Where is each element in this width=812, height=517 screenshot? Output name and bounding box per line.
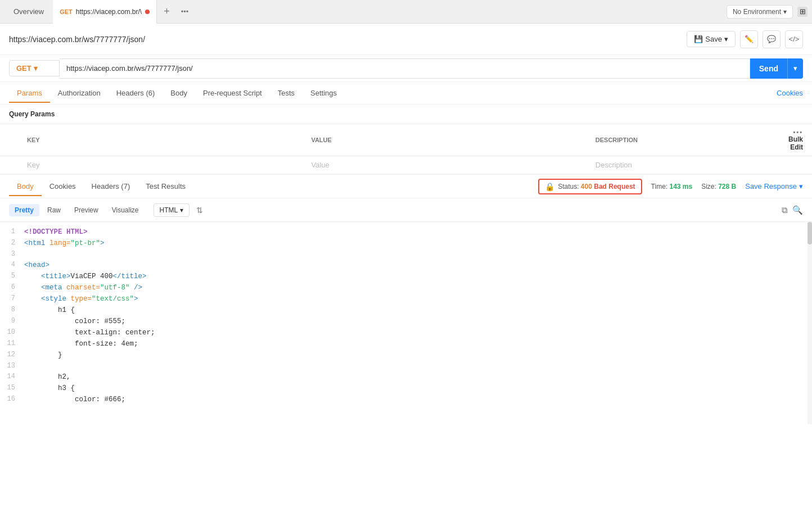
pencil-button[interactable]: ✏️: [740, 30, 758, 48]
bulk-edit-button[interactable]: Bulk Edit: [788, 135, 803, 151]
row-check[interactable]: [0, 156, 18, 174]
code-line-6: 6 <meta charset="utf-8" />: [0, 282, 812, 293]
save-label: Save: [705, 35, 722, 43]
pencil-icon: ✏️: [745, 35, 754, 43]
th-value: VALUE: [302, 124, 586, 156]
tab-authorization[interactable]: Authorization: [50, 83, 109, 103]
chevron-down-icon: ▾: [783, 8, 787, 16]
code-button[interactable]: </>: [785, 30, 803, 48]
tab-headers[interactable]: Headers (6): [109, 83, 163, 103]
code-line-9: 9 color: #555;: [0, 316, 812, 327]
row-desc[interactable]: Description: [587, 156, 778, 174]
url-input[interactable]: [60, 58, 750, 79]
size-text: Size: 728 B: [701, 183, 736, 191]
comment-button[interactable]: 💬: [763, 30, 781, 48]
fmt-tab-raw[interactable]: Raw: [42, 204, 66, 216]
code-line-2: 2 <html lang="pt-br">: [0, 238, 812, 249]
unsaved-dot: [145, 10, 150, 14]
query-params-title: Query Params: [0, 105, 812, 124]
tab-tests[interactable]: Tests: [270, 83, 303, 103]
method-value: GET: [16, 64, 31, 72]
url-display-bar: https://viacep.com.br/ws/7777777/json/ 💾…: [0, 24, 812, 55]
response-tabs: Body Cookies Headers (7) Test Results 🔒 …: [0, 175, 812, 198]
th-key: KEY: [18, 124, 302, 156]
add-tab-button[interactable]: +: [157, 6, 177, 17]
code-line-14: 14 h2,: [0, 371, 812, 383]
grid-icon[interactable]: ⊞: [797, 7, 808, 17]
method-selector[interactable]: GET ▾: [9, 60, 60, 76]
cookies-link[interactable]: Cookies: [777, 89, 803, 97]
code-line-10: 10 text-align: center;: [0, 327, 812, 338]
status-badge: 🔒 Status: 400 Bad Request: [538, 179, 642, 194]
query-params-section: Query Params KEY VALUE DESCRIPTION ••• B…: [0, 105, 812, 174]
copy-icon[interactable]: ⧉: [782, 205, 788, 215]
cookies-link-container: Cookies: [777, 89, 803, 97]
fmt-tab-pretty[interactable]: Pretty: [9, 204, 39, 216]
code-line-7: 7 <style type="text/css">: [0, 293, 812, 305]
code-line-12: 12 }: [0, 350, 812, 361]
status-message: Bad Request: [594, 183, 635, 191]
save-response-chevron: ▾: [799, 182, 803, 191]
comment-icon: 💬: [767, 35, 776, 43]
format-bar: Pretty Raw Preview Visualize HTML ▾ ⇅ ⧉ …: [0, 198, 812, 222]
save-button[interactable]: 💾 Save ▾: [687, 31, 736, 47]
tab-request[interactable]: GET https://viacep.com.br/\: [53, 0, 157, 24]
more-tabs-button[interactable]: •••: [177, 7, 193, 16]
code-line-1: 1 <!DOCTYPE HTML>: [0, 226, 812, 238]
resp-tab-test-results[interactable]: Test Results: [138, 176, 193, 196]
row-key[interactable]: Key: [18, 156, 302, 174]
save-response-label: Save Response: [745, 182, 797, 191]
format-right: ⧉ 🔍: [782, 205, 803, 215]
code-line-4: 4 <head>: [0, 260, 812, 271]
tab-params[interactable]: Params: [9, 83, 50, 103]
send-button[interactable]: Send ▾: [750, 58, 803, 79]
language-value: HTML: [160, 206, 178, 214]
scrollbar-thumb[interactable]: [808, 222, 812, 244]
table-row: Key Value Description: [0, 156, 812, 174]
resp-tab-cookies[interactable]: Cookies: [42, 176, 84, 196]
fmt-tab-preview[interactable]: Preview: [69, 204, 104, 216]
status-label: Status:: [558, 183, 581, 191]
code-icon: </>: [789, 35, 800, 43]
th-description: DESCRIPTION: [587, 124, 778, 156]
scrollbar-track[interactable]: [808, 222, 812, 424]
code-line-11: 11 font-size: 4em;: [0, 338, 812, 350]
lang-chevron-icon: ▾: [180, 206, 183, 214]
send-dropdown-icon[interactable]: ▾: [787, 58, 803, 79]
fmt-tab-visualize[interactable]: Visualize: [106, 204, 145, 216]
code-line-5: 5 <title>ViaCEP 400</title>: [0, 271, 812, 282]
status-bar: 🔒 Status: 400 Bad Request Time: 143 ms S…: [538, 179, 803, 194]
params-table: KEY VALUE DESCRIPTION ••• Bulk Edit Key …: [0, 124, 812, 174]
wrap-icon[interactable]: ⇅: [196, 206, 203, 215]
send-label: Send: [750, 64, 787, 73]
status-code: 400: [581, 183, 594, 191]
code-line-8: 8 h1 {: [0, 305, 812, 316]
tab-pre-request[interactable]: Pre-request Script: [195, 83, 270, 103]
lock-icon: 🔒: [545, 182, 554, 191]
time-text: Time: 143 ms: [651, 183, 693, 191]
size-value: 728 B: [718, 183, 736, 191]
code-line-16: 16 color: #666;: [0, 394, 812, 405]
tab-body[interactable]: Body: [163, 83, 195, 103]
row-value[interactable]: Value: [302, 156, 586, 174]
response-section: Body Cookies Headers (7) Test Results 🔒 …: [0, 174, 812, 424]
language-select[interactable]: HTML ▾: [154, 203, 190, 217]
page-url-display: https://viacep.com.br/ws/7777777/json/: [9, 35, 681, 44]
tab-settings[interactable]: Settings: [303, 83, 345, 103]
save-icon: 💾: [694, 35, 703, 43]
save-response-button[interactable]: Save Response ▾: [745, 182, 803, 191]
resp-tab-body[interactable]: Body: [9, 176, 42, 196]
request-tabs: Params Authorization Headers (6) Body Pr…: [0, 82, 812, 105]
save-chevron-icon: ▾: [724, 35, 728, 43]
tab-method: GET: [60, 8, 73, 15]
code-line-3: 3: [0, 249, 812, 260]
environment-selector[interactable]: No Environment ▾: [727, 5, 793, 19]
environment-label: No Environment: [733, 8, 781, 16]
three-dots-icon[interactable]: •••: [793, 129, 803, 135]
resp-tab-headers[interactable]: Headers (7): [84, 176, 138, 196]
search-icon[interactable]: 🔍: [792, 205, 803, 215]
tab-overview[interactable]: Overview: [4, 0, 53, 24]
request-config-bar: GET ▾ Send ▾: [0, 55, 812, 82]
status-text: Status: 400 Bad Request: [558, 183, 635, 191]
time-value: 143 ms: [669, 183, 692, 191]
